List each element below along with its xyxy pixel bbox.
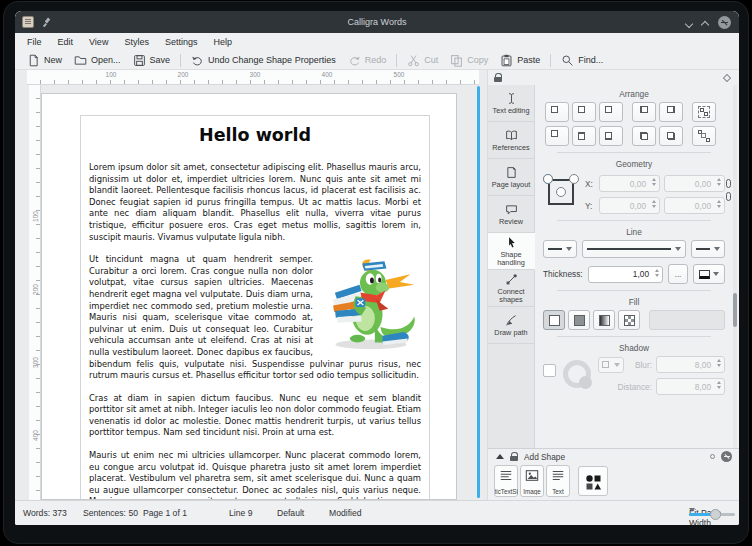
menu-settings[interactable]: Settings [165,37,198,47]
y-position-field[interactable]: 0,00 [599,197,660,214]
title-bar[interactable]: Calligra Words [15,11,739,33]
bring-to-front-button[interactable] [545,102,569,122]
width-field[interactable]: 0,00 [664,175,725,192]
line-end-marker-select[interactable] [691,240,725,258]
x-position-field[interactable]: 0,00 [599,175,660,192]
close-docker-icon[interactable] [721,451,732,462]
copy-button[interactable]: Copy [444,52,494,69]
paste-button[interactable]: Paste [494,52,546,69]
height-field[interactable]: 0,00 [664,197,725,214]
align-center-button[interactable] [659,102,683,122]
redo-button[interactable]: Redo [342,52,393,69]
align-middle-button[interactable] [659,126,683,146]
align-right-button[interactable] [599,126,623,146]
tab-page-layout[interactable]: Page layout [488,159,534,196]
find-button[interactable]: Find... [555,52,609,69]
tab-text-editing[interactable]: Text editing [488,85,534,122]
close-button[interactable] [718,16,731,29]
page-indicator[interactable]: Page 1 of 1 [143,508,187,518]
anchor-top-right[interactable] [569,174,579,184]
docker-settings-icon[interactable] [723,73,731,81]
save-button[interactable]: Save [127,52,177,69]
no-fill-icon [549,315,560,326]
panel-scrollbar[interactable] [733,85,737,448]
line-style-select[interactable] [582,240,686,258]
maximize-button[interactable] [702,19,709,26]
shadow-enable-checkbox[interactable] [543,364,556,377]
shadow-angle-selector[interactable] [563,360,591,388]
search-icon [561,54,574,67]
tab-shape-handling[interactable]: Shape handling [488,233,535,270]
anchor-bottom-left[interactable] [543,174,553,184]
shadow-blur-field[interactable]: 8,00 [656,356,725,373]
fill-solid-button[interactable] [568,310,590,330]
undo-button[interactable]: Undo Change Shape Properties [185,52,342,69]
tab-draw-path[interactable]: Draw path [488,307,534,344]
fill-none-button[interactable] [543,310,565,330]
thickness-field[interactable]: 1,00 [588,266,663,283]
collapse-docker-icon[interactable] [496,454,504,459]
add-static-text-shape-button[interactable]: ticTextSi [494,465,518,497]
x-label: X: [585,179,595,189]
add-text-shape-button[interactable]: Text [546,465,570,497]
align-bottom-button[interactable] [632,126,656,146]
line-options-button[interactable]: ... [668,264,688,284]
tab-review[interactable]: Review [488,196,534,233]
section-separator [557,220,711,221]
book-icon [505,129,518,142]
menu-edit[interactable]: Edit [58,37,74,47]
add-image-shape-button[interactable]: Image [520,465,544,497]
document-page[interactable]: Hello world Lorem ipsum dolor sit amet, … [41,93,457,500]
vertical-ruler[interactable]: 100 200 300 400 500 [29,85,41,500]
keep-aspect-ratio-icon[interactable] [726,192,731,201]
tab-connect-shapes[interactable]: Connect shapes [488,270,534,307]
lock-icon[interactable] [510,452,518,461]
sentence-count[interactable]: Sentences: 50 [83,508,138,518]
anchor-point-selector[interactable] [543,174,579,210]
zoom-slider[interactable] [689,508,735,520]
add-shape-title: Add Shape [524,452,565,462]
style-indicator[interactable]: Default [277,508,304,518]
new-button[interactable]: New [21,52,68,69]
shadow-style-select[interactable] [598,357,624,373]
minimize-button[interactable] [686,19,693,26]
menu-help[interactable]: Help [213,37,232,47]
keep-aspect-ratio-icon[interactable] [726,179,731,188]
float-docker-icon[interactable] [710,454,715,459]
shadow-distance-field[interactable]: 8,00 [656,378,725,395]
word-count[interactable]: Words: 373 [23,508,67,518]
align-middle-icon [665,130,677,142]
raise-shape-button[interactable] [572,102,596,122]
group-shapes-button[interactable] [692,102,716,122]
horizontal-ruler[interactable]: 100 200 300 400 500 [27,70,479,85]
line-color-button[interactable] [693,264,725,284]
tab-references[interactable]: References [488,122,534,159]
connector-icon [505,273,518,286]
line-color-swatch [699,270,710,279]
toolbar-separator [180,54,181,67]
menu-bar: File Edit View Styles Settings Help [15,33,739,51]
menu-view[interactable]: View [89,37,108,47]
menu-styles[interactable]: Styles [124,37,149,47]
shape-collection-button[interactable] [578,466,608,496]
lock-icon[interactable] [494,73,502,82]
text-frame[interactable]: Hello world Lorem ipsum dolor sit amet, … [80,115,430,500]
lower-shape-button[interactable] [599,102,623,122]
tool-options-panel: Text editing References Page layout Revi… [487,70,739,500]
line-start-marker-select[interactable] [543,240,577,258]
fill-pattern-button[interactable] [618,310,640,330]
zoom-slider-handle[interactable] [710,509,721,520]
menu-file[interactable]: File [27,37,42,47]
new-document-icon [27,54,40,67]
cut-button[interactable]: Cut [401,52,444,69]
align-top-button[interactable] [632,102,656,122]
document-vertical-scrollbar[interactable] [477,86,480,498]
open-button[interactable]: Open... [68,52,127,69]
anchor-center[interactable] [556,187,566,197]
konqi-mascot-image[interactable] [321,254,421,354]
send-to-back-button[interactable] [545,126,569,146]
text-lines-icon [499,469,513,482]
align-left-button[interactable] [572,126,596,146]
ungroup-shapes-button[interactable] [692,126,716,146]
fill-gradient-button[interactable] [593,310,615,330]
